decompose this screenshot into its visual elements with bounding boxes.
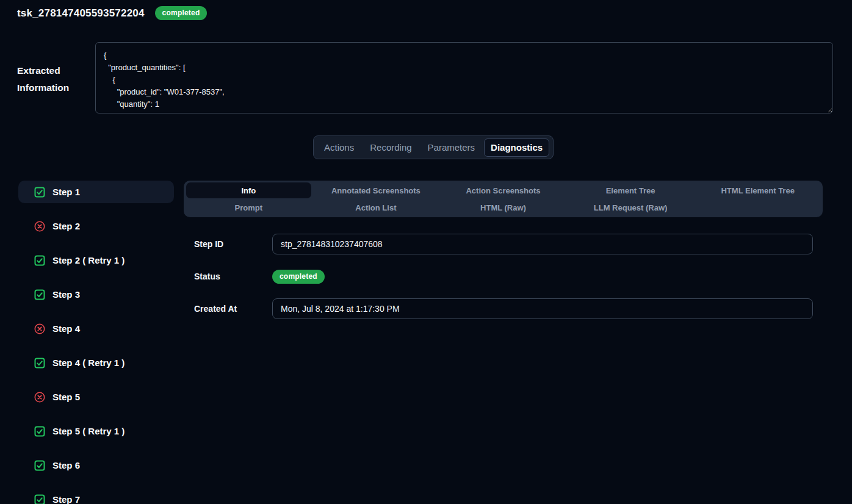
step-id-label: Step ID — [194, 239, 272, 249]
page-header: tsk_278147405593572204 completed — [17, 6, 207, 20]
step-label: Step 4 — [52, 323, 80, 334]
task-diagnostics-page: tsk_278147405593572204 completed Extract… — [0, 0, 852, 504]
check-square-icon — [34, 426, 45, 437]
step-label: Step 6 — [52, 460, 80, 470]
step-label: Step 3 — [52, 289, 80, 300]
step-item-3[interactable]: Step 3 — [18, 283, 174, 306]
extracted-info-textarea[interactable]: { "product_quantities": [ { "product_id"… — [95, 42, 833, 113]
x-circle-icon — [34, 323, 45, 334]
step-item-4-retry-1[interactable]: Step 4 ( Retry 1 ) — [18, 351, 174, 374]
tab-parameters[interactable]: Parameters — [421, 139, 482, 157]
step-label: Step 1 — [52, 187, 80, 197]
step-item-5[interactable]: Step 5 — [18, 386, 174, 408]
created-at-input[interactable] — [272, 298, 813, 319]
step-item-7[interactable]: Step 7 — [18, 488, 174, 504]
subtab-action-screenshots[interactable]: Action Screenshots — [441, 182, 566, 198]
check-square-icon — [34, 460, 45, 471]
created-at-label: Created At — [194, 304, 272, 314]
subtab-action-list[interactable]: Action List — [314, 200, 439, 215]
check-square-icon — [34, 289, 45, 300]
subtab-element-tree[interactable]: Element Tree — [568, 182, 693, 198]
tab-diagnostics[interactable]: Diagnostics — [484, 139, 549, 157]
created-at-row: Created At — [194, 298, 813, 319]
check-square-icon — [34, 358, 45, 369]
step-id-input[interactable] — [272, 234, 813, 254]
main-tab-bar: Actions Recording Parameters Diagnostics — [313, 135, 554, 159]
extracted-info-label: Extracted Information — [17, 62, 90, 96]
tab-recording[interactable]: Recording — [363, 139, 418, 157]
subtab-llm-request-raw[interactable]: LLM Request (Raw) — [568, 200, 693, 215]
step-id-row: Step ID — [194, 234, 813, 254]
subtab-annotated-screenshots[interactable]: Annotated Screenshots — [314, 182, 439, 198]
tab-actions[interactable]: Actions — [317, 139, 361, 157]
step-item-5-retry-1[interactable]: Step 5 ( Retry 1 ) — [18, 420, 174, 442]
status-row: Status completed — [194, 266, 813, 287]
status-label: Status — [194, 272, 272, 281]
x-circle-icon — [34, 392, 45, 403]
step-item-6[interactable]: Step 6 — [18, 454, 174, 477]
check-square-icon — [34, 187, 45, 198]
step-list: Step 1 Step 2 Step 2 ( Retry 1 ) Step 3 — [18, 181, 174, 504]
step-status-badge: completed — [272, 270, 325, 284]
x-circle-icon — [34, 221, 45, 232]
step-info-panel: Step ID Status completed Created At — [194, 234, 813, 319]
step-item-2[interactable]: Step 2 — [18, 215, 174, 237]
subtab-prompt[interactable]: Prompt — [186, 200, 311, 215]
step-item-4[interactable]: Step 4 — [18, 317, 174, 340]
subtab-info[interactable]: Info — [186, 182, 311, 198]
subtab-html-raw[interactable]: HTML (Raw) — [441, 200, 566, 215]
step-label: Step 4 ( Retry 1 ) — [52, 358, 125, 368]
step-label: Step 5 ( Retry 1 ) — [52, 426, 125, 436]
task-id-title: tsk_278147405593572204 — [17, 7, 145, 20]
diagnostics-tab-bar: Info Annotated Screenshots Action Screen… — [184, 181, 823, 217]
step-item-1[interactable]: Step 1 — [18, 181, 174, 203]
subtab-html-element-tree[interactable]: HTML Element Tree — [695, 182, 820, 198]
step-label: Step 2 — [52, 221, 80, 231]
task-status-badge: completed — [155, 6, 208, 20]
step-item-2-retry-1[interactable]: Step 2 ( Retry 1 ) — [18, 249, 174, 272]
check-square-icon — [34, 255, 45, 266]
step-label: Step 2 ( Retry 1 ) — [52, 255, 125, 265]
subtab-empty-cell — [695, 200, 820, 215]
step-label: Step 5 — [52, 392, 80, 402]
check-square-icon — [34, 494, 45, 504]
step-label: Step 7 — [52, 494, 80, 504]
